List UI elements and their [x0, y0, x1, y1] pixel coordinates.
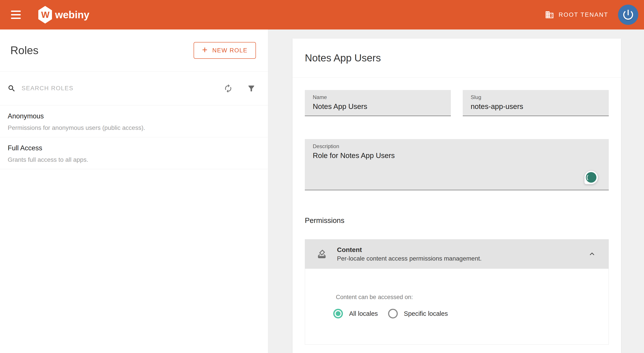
chat-widget-button[interactable]	[584, 170, 598, 184]
description-field-value: Role for Notes App Users	[313, 151, 604, 160]
slug-field-label: Slug	[471, 94, 604, 100]
plus-icon: +	[202, 45, 208, 54]
role-description: Permissions for anonymous users (public …	[8, 124, 260, 131]
content-accordion-body: Content can be accessed on: All locales …	[305, 269, 609, 345]
role-list-item-anonymous[interactable]: Anonymous Permissions for anonymous user…	[0, 105, 268, 137]
name-field[interactable]: Name Notes App Users	[305, 90, 451, 116]
roles-search-bar	[0, 71, 268, 105]
name-field-label: Name	[313, 94, 446, 100]
role-form-card: Notes App Users Name Notes App Users Slu…	[292, 38, 621, 353]
refresh-icon	[224, 84, 233, 93]
role-form-title: Notes App Users	[305, 52, 381, 64]
content-accordion-title: Content	[337, 246, 588, 254]
roles-panel: Roles + NEW ROLE	[0, 29, 268, 353]
role-list-item-full-access[interactable]: Full Access Grants full access to all ap…	[0, 137, 268, 169]
webiny-logo[interactable]: W webiny	[38, 6, 90, 23]
content-permissions-accordion: Content Per-locale content access permis…	[305, 239, 609, 345]
roles-panel-header: Roles + NEW ROLE	[0, 29, 268, 71]
role-form-body: Name Notes App Users Slug notes-app-user…	[292, 77, 621, 345]
avatar-power-icon	[622, 8, 635, 21]
slug-field[interactable]: Slug notes-app-users	[463, 90, 609, 116]
radio-icon[interactable]	[333, 309, 343, 319]
refresh-button[interactable]	[224, 84, 233, 93]
content-accordion-titles: Content Per-locale content access permis…	[337, 246, 588, 262]
building-icon	[545, 10, 554, 19]
new-role-button-label: NEW ROLE	[212, 47, 248, 54]
new-role-button[interactable]: + NEW ROLE	[194, 42, 256, 59]
search-icon	[8, 84, 16, 93]
tenant-label: ROOT TENANT	[558, 11, 608, 18]
role-description: Grants full access to all apps.	[8, 156, 260, 163]
tenant-selector[interactable]: ROOT TENANT	[545, 10, 608, 19]
collapse-icon[interactable]	[588, 250, 596, 258]
role-form-title-row: Notes App Users	[292, 38, 621, 77]
content-access-question: Content can be accessed on:	[336, 294, 600, 301]
search-input[interactable]	[22, 85, 224, 92]
description-field[interactable]: Description Role for Notes App Users	[305, 139, 609, 190]
filter-icon	[247, 84, 256, 93]
locale-access-radio-group: All locales Specific locales	[333, 309, 600, 319]
user-avatar[interactable]	[618, 4, 638, 25]
chat-widget-icon	[586, 172, 596, 183]
top-bar: W webiny ROOT TENANT	[0, 0, 644, 29]
role-name: Anonymous	[8, 112, 260, 120]
role-detail-area: Notes App Users Name Notes App Users Slu…	[268, 29, 644, 353]
filter-button[interactable]	[247, 84, 256, 93]
roles-list: Anonymous Permissions for anonymous user…	[0, 105, 268, 169]
name-field-value: Notes App Users	[313, 102, 446, 111]
radio-option-all-locales[interactable]: All locales	[333, 309, 378, 319]
permissions-heading: Permissions	[305, 216, 609, 225]
radio-label: Specific locales	[404, 310, 448, 317]
radio-icon[interactable]	[388, 309, 398, 319]
description-field-label: Description	[313, 143, 604, 149]
radio-label: All locales	[349, 310, 378, 317]
content-section-icon	[317, 249, 327, 259]
webiny-hexagon-icon: W	[38, 6, 52, 23]
slug-field-value: notes-app-users	[471, 102, 604, 111]
menu-icon[interactable]	[11, 10, 21, 19]
content-accordion-header[interactable]: Content Per-locale content access permis…	[305, 239, 609, 269]
name-slug-row: Name Notes App Users Slug notes-app-user…	[305, 90, 609, 116]
webiny-logotype: webiny	[55, 9, 90, 21]
role-name: Full Access	[8, 144, 260, 152]
page-title: Roles	[10, 44, 38, 57]
radio-option-specific-locales[interactable]: Specific locales	[388, 309, 448, 319]
content-accordion-subtitle: Per-locale content access permissions ma…	[337, 255, 588, 262]
webiny-admin-screen: W webiny ROOT TENANT Roles + NEW ROLE	[0, 0, 644, 353]
